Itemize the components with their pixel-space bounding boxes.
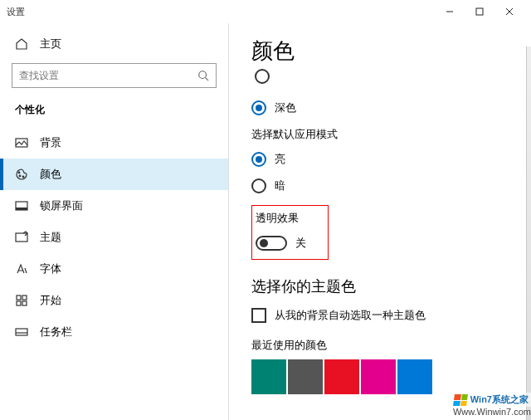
radio-label: 亮	[275, 152, 285, 167]
radio-icon	[251, 100, 266, 115]
sidebar-item-label: 锁屏界面	[40, 198, 83, 213]
svg-point-8	[19, 175, 21, 177]
radio-dark2[interactable]: 暗	[251, 178, 516, 193]
transparency-toggle[interactable]	[256, 236, 287, 251]
accent-title: 选择你的主题色	[251, 276, 516, 296]
search-icon	[197, 70, 209, 81]
svg-point-7	[18, 172, 20, 173]
svg-rect-16	[22, 301, 27, 305]
color-swatch[interactable]	[361, 359, 396, 394]
radio-label: 暗	[275, 178, 285, 193]
radio-dark[interactable]: 深色	[251, 100, 516, 115]
highlight-box: 透明效果 关	[251, 205, 329, 260]
window-title: 设置	[7, 6, 25, 18]
svg-point-9	[22, 176, 24, 178]
divider	[228, 23, 229, 420]
svg-line-5	[206, 78, 209, 81]
svg-point-4	[199, 71, 207, 79]
color-swatch[interactable]	[397, 359, 432, 394]
sidebar-item-colors[interactable]: 颜色	[0, 159, 228, 190]
start-icon	[15, 294, 28, 307]
sidebar-item-start[interactable]: 开始	[0, 285, 228, 316]
page-title: 颜色	[251, 37, 516, 66]
recent-color-swatches	[251, 359, 516, 394]
radio-icon	[251, 152, 266, 167]
radio-cutoff[interactable]	[255, 69, 270, 84]
sidebar: 主页 个性化 背景 颜色 锁屏界面	[0, 23, 228, 420]
transparency-title: 透明效果	[256, 211, 306, 226]
auto-accent-checkbox-row[interactable]: 从我的背景自动选取一种主题色	[251, 308, 516, 323]
nav-list: 背景 颜色 锁屏界面 主题 字体	[0, 127, 228, 348]
palette-icon	[15, 168, 28, 181]
taskbar-icon	[15, 325, 28, 339]
svg-rect-15	[17, 301, 21, 305]
app-mode-title: 选择默认应用模式	[251, 127, 516, 142]
background-sliver	[526, 46, 531, 420]
home-icon	[15, 37, 28, 51]
close-button[interactable]	[494, 0, 524, 23]
color-swatch[interactable]	[251, 359, 286, 394]
sidebar-item-themes[interactable]: 主题	[0, 222, 228, 253]
radio-icon	[251, 178, 266, 193]
search-box[interactable]	[12, 63, 217, 88]
picture-icon	[15, 136, 28, 149]
recent-colors-label: 最近使用的颜色	[251, 338, 516, 353]
color-swatch[interactable]	[288, 359, 323, 394]
home-link[interactable]: 主页	[0, 30, 228, 63]
sidebar-item-label: 颜色	[40, 167, 61, 182]
svg-rect-17	[16, 329, 27, 335]
radio-label: 深色	[275, 100, 296, 115]
theme-icon	[15, 231, 28, 244]
home-label: 主页	[40, 37, 61, 51]
search-input[interactable]	[19, 70, 197, 81]
section-title: 个性化	[0, 103, 228, 127]
maximize-button[interactable]	[465, 0, 494, 23]
font-icon	[15, 262, 28, 276]
sidebar-item-label: 任务栏	[40, 325, 72, 339]
transparency-toggle-row: 关	[256, 236, 306, 251]
sidebar-item-taskbar[interactable]: 任务栏	[0, 316, 228, 348]
toggle-state-label: 关	[295, 236, 306, 251]
color-swatch[interactable]	[324, 359, 359, 394]
minimize-button[interactable]	[435, 0, 465, 23]
svg-rect-13	[17, 295, 21, 300]
sidebar-item-label: 主题	[40, 230, 61, 245]
sidebar-item-lockscreen[interactable]: 锁屏界面	[0, 190, 228, 222]
sidebar-item-label: 开始	[40, 293, 61, 308]
svg-rect-1	[476, 8, 483, 15]
svg-rect-11	[16, 208, 27, 210]
titlebar: 设置	[0, 0, 531, 23]
lockscreen-icon	[15, 199, 28, 212]
sidebar-item-label: 字体	[40, 261, 61, 276]
sidebar-item-label: 背景	[40, 135, 61, 150]
content-area: 颜色 深色 选择默认应用模式 亮 暗 透明效果 关	[228, 23, 531, 420]
sidebar-item-background[interactable]: 背景	[0, 127, 228, 159]
svg-rect-14	[22, 295, 27, 300]
checkbox-icon	[251, 308, 266, 323]
radio-light[interactable]: 亮	[251, 152, 516, 167]
checkbox-label: 从我的背景自动选取一种主题色	[275, 308, 426, 323]
sidebar-item-fonts[interactable]: 字体	[0, 253, 228, 285]
window-controls	[435, 0, 524, 23]
